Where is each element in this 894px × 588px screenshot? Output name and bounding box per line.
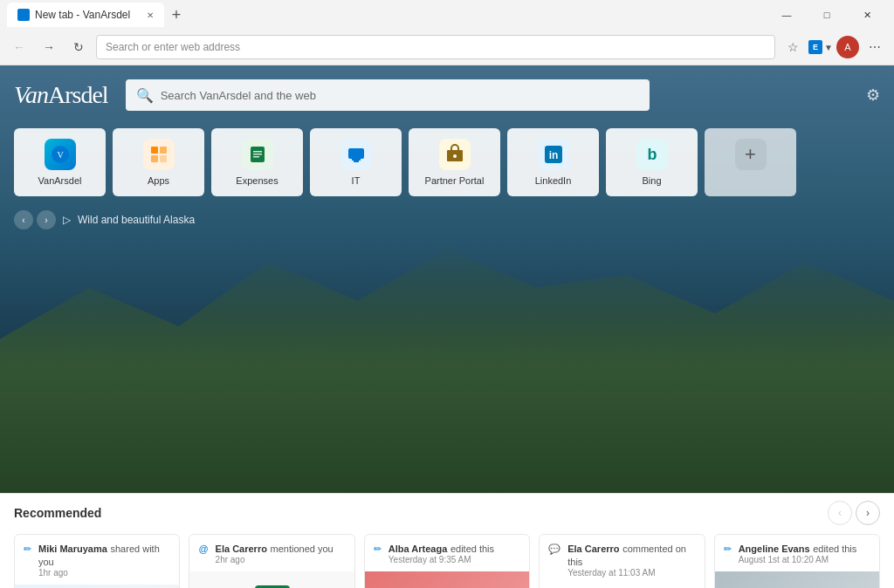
rec-card-time-1: 2hr ago [216, 555, 346, 564]
recommended-section: Recommended ‹ › ✏ Miki Maruyama shared w… [0, 493, 894, 588]
settings-icon[interactable]: ⋯ [863, 35, 887, 59]
rec-header: Recommended ‹ › [14, 501, 880, 525]
quick-link-VanArsdel[interactable]: VVanArsdel [14, 128, 106, 196]
rec-card-author-4: Angeline Evans edited this [739, 542, 870, 555]
rec-card-header-3: 💬 Ela Carerro commented on this Yesterda… [540, 535, 704, 585]
address-icons: ☆ E ▼ A ⋯ [781, 35, 887, 59]
maximize-button[interactable]: □ [807, 0, 847, 30]
quick-link-icon-Expenses [242, 139, 273, 170]
rec-card-header-2: ✏ Alba Arteaga edited this Yesterday at … [365, 535, 529, 571]
browser-chrome: New tab - VanArsdel ✕ + — □ ✕ ← → ↻ Sear… [0, 0, 894, 65]
rec-card-author-0: Miki Maruyama shared with you [38, 542, 170, 568]
quick-link-Apps[interactable]: Apps [113, 128, 204, 196]
newtab-content: VanArsdel 🔍 Search VanArsdel and the web… [0, 65, 894, 243]
rec-card-action-icon-1: @ [198, 544, 208, 554]
quick-link-add[interactable]: + [705, 128, 796, 196]
caption-next[interactable]: › [37, 210, 56, 229]
search-box[interactable]: 🔍 Search VanArsdel and the web [126, 79, 650, 111]
rec-card-time-3: Yesterday at 11:03 AM [567, 568, 695, 578]
search-input[interactable]: Search VanArsdel and the web [161, 89, 639, 102]
search-icon: 🔍 [136, 87, 154, 104]
rec-card-action-icon-2: ✏ [374, 544, 382, 555]
rec-next-button[interactable]: › [856, 501, 880, 525]
address-bar: ← → ↻ Search or enter web address ☆ E ▼ … [0, 30, 894, 65]
profile-icon[interactable]: A [836, 36, 859, 58]
address-text: Search or enter web address [106, 41, 240, 53]
rec-card-meta-1: Ela Carerro mentioned you 2hr ago [216, 542, 346, 564]
svg-text:b: b [647, 146, 657, 163]
quick-link-label-LinkedIn: LinkedIn [535, 175, 572, 186]
quick-link-icon-IT [340, 139, 372, 170]
rec-card-author-1: Ela Carerro mentioned you [216, 542, 346, 555]
svg-text:in: in [548, 149, 558, 161]
quick-link-Partner Portal[interactable]: Partner Portal [409, 128, 500, 196]
rec-card-3[interactable]: 💬 Ela Carerro commented on this Yesterda… [539, 534, 705, 588]
svg-rect-5 [160, 155, 167, 162]
quick-link-icon-Bing: b [636, 139, 668, 170]
forward-button[interactable]: → [37, 35, 61, 59]
collections-icon[interactable]: E ▼ [808, 35, 833, 59]
caption-text: Wild and beautiful Alaska [78, 214, 195, 226]
newtab-page: VanArsdel 🔍 Search VanArsdel and the web… [0, 65, 894, 493]
rec-card-thumb-0: W Bring your ideas to life All of our co… [15, 585, 179, 588]
new-tab-button[interactable]: + [164, 3, 189, 27]
rec-card-4[interactable]: ✏ Angeline Evans edited this August 1st … [714, 534, 880, 588]
rec-card-meta-0: Miki Maruyama shared with you 1hr ago [38, 542, 170, 578]
svg-rect-2 [151, 147, 158, 154]
hero-caption: ‹ › ▷ Wild and beautiful Alaska [14, 210, 880, 229]
caption-prev[interactable]: ‹ [14, 210, 33, 229]
brand-search-row: VanArsdel 🔍 Search VanArsdel and the web… [14, 79, 880, 111]
svg-text:V: V [57, 150, 64, 160]
rec-card-time-4: August 1st at 10:20 AM [739, 555, 870, 564]
quick-link-label-IT: IT [352, 175, 361, 186]
rec-card-thumb-2: CollectiveExperiences [365, 571, 529, 588]
tab-favicon [17, 9, 30, 21]
rec-card-header-0: ✏ Miki Maruyama shared with you 1hr ago [15, 535, 179, 585]
rec-card-meta-2: Alba Arteaga edited this Yesterday at 9:… [389, 542, 520, 564]
quick-link-Expenses[interactable]: Expenses [211, 128, 303, 196]
window-controls: — □ ✕ [767, 0, 887, 30]
svg-rect-7 [253, 151, 262, 153]
tab-close-button[interactable]: ✕ [147, 10, 154, 20]
svg-rect-4 [151, 155, 158, 162]
rec-card-thumb-4: Whystorytellingmatters [715, 571, 879, 588]
address-input[interactable]: Search or enter web address [96, 35, 775, 59]
svg-rect-12 [352, 159, 361, 161]
rec-card-time-2: Yesterday at 9:35 AM [389, 555, 520, 564]
quick-link-label-VanArsdel: VanArsdel [38, 175, 82, 186]
quick-link-icon-Apps [143, 139, 175, 170]
rec-card-0[interactable]: ✏ Miki Maruyama shared with you 1hr ago … [14, 534, 180, 588]
quick-link-icon-LinkedIn: in [538, 139, 569, 170]
back-button[interactable]: ← [7, 35, 31, 59]
rec-card-2[interactable]: ✏ Alba Arteaga edited this Yesterday at … [364, 534, 530, 588]
svg-rect-9 [253, 156, 259, 158]
active-tab[interactable]: New tab - VanArsdel ✕ [7, 3, 164, 27]
rec-prev-button[interactable]: ‹ [828, 501, 852, 525]
rec-nav: ‹ › [828, 501, 880, 525]
quick-link-label-Bing: Bing [642, 175, 661, 186]
rec-card-meta-4: Angeline Evans edited this August 1st at… [739, 542, 870, 564]
quick-link-LinkedIn[interactable]: inLinkedIn [507, 128, 599, 196]
rec-card-action-icon-0: ✏ [24, 544, 31, 555]
tab-title: New tab - VanArsdel [35, 9, 130, 21]
quick-link-Bing[interactable]: bBing [606, 128, 698, 196]
settings-icon-top[interactable]: ⚙ [866, 85, 880, 105]
close-button[interactable]: ✕ [847, 0, 887, 30]
quick-link-icon-Partner Portal [439, 139, 471, 170]
minimize-button[interactable]: — [767, 0, 807, 30]
brand-logo: VanArsdel [14, 81, 108, 109]
refresh-button[interactable]: ↻ [66, 35, 91, 59]
svg-point-14 [453, 154, 457, 158]
quick-link-label-Expenses: Expenses [236, 175, 278, 186]
rec-card-header-4: ✏ Angeline Evans edited this August 1st … [715, 535, 879, 571]
rec-title: Recommended [14, 506, 828, 520]
rec-card-action-icon-4: ✏ [724, 544, 732, 555]
svg-rect-11 [354, 161, 359, 162]
tab-bar: New tab - VanArsdel ✕ + — □ ✕ [0, 0, 894, 30]
rec-card-1[interactable]: @ Ela Carerro mentioned you 2hr ago X Fi… [189, 534, 354, 588]
favorites-icon[interactable]: ☆ [781, 35, 805, 59]
svg-rect-3 [160, 147, 167, 154]
quick-link-IT[interactable]: IT [310, 128, 402, 196]
rec-card-author-2: Alba Arteaga edited this [389, 542, 520, 555]
rec-card-meta-3: Ela Carerro commented on this Yesterday … [567, 542, 695, 578]
